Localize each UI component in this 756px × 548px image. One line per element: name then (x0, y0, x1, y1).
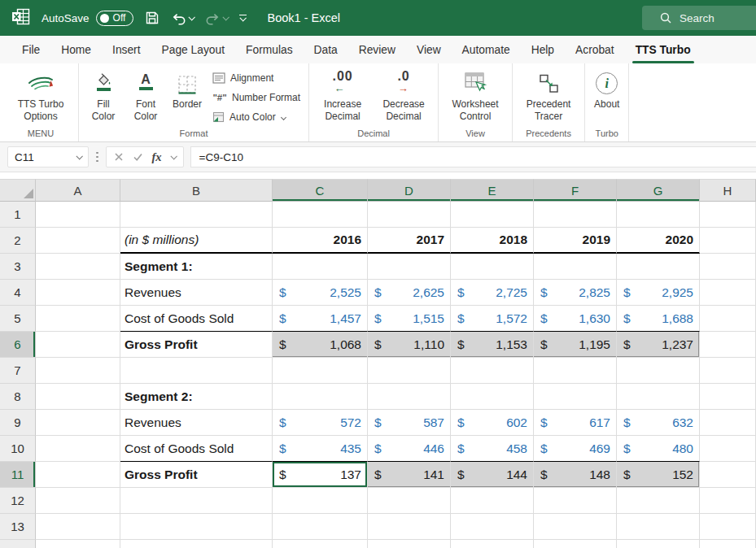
cell-A4[interactable] (36, 280, 120, 306)
cell-D5[interactable]: $1,515 (368, 306, 451, 332)
cell-B10[interactable]: Cost of Goods Sold (120, 436, 273, 462)
column-header-H[interactable]: H (700, 179, 756, 202)
about-button[interactable]: i About (591, 66, 623, 111)
tab-formulas[interactable]: Formulas (235, 36, 304, 63)
cell-H14[interactable] (700, 540, 756, 548)
column-header-C[interactable]: C (273, 179, 368, 202)
cell-H10[interactable] (700, 436, 756, 462)
cell-D9[interactable]: $587 (368, 410, 451, 436)
cell-B12[interactable] (120, 488, 273, 514)
cell-E14[interactable] (451, 540, 534, 548)
insert-function-button[interactable]: fx (152, 150, 162, 164)
row-header-4[interactable]: 4 (0, 280, 36, 306)
row-header-9[interactable]: 9 (0, 410, 36, 436)
cell-G11[interactable]: $152 (617, 462, 700, 488)
column-header-D[interactable]: D (368, 179, 451, 202)
decrease-decimal-button[interactable]: .0 → Decrease Decimal (375, 66, 432, 123)
cell-G6[interactable]: $1,237 (617, 332, 700, 358)
row-header-8[interactable]: 8 (0, 384, 36, 410)
cell-A14[interactable] (36, 540, 120, 548)
tab-view[interactable]: View (406, 36, 452, 63)
autosave-control[interactable]: AutoSave Off (42, 11, 133, 26)
row-header-7[interactable]: 7 (0, 358, 36, 384)
cell-D13[interactable] (368, 514, 451, 540)
cell-H5[interactable] (700, 306, 756, 332)
undo-dropdown-icon[interactable] (188, 14, 194, 20)
row-header-14[interactable]: 14 (0, 540, 36, 548)
fill-color-button[interactable]: Fill Color (85, 66, 122, 123)
cell-H1[interactable] (700, 202, 756, 228)
cell-H7[interactable] (700, 358, 756, 384)
cell-A11[interactable] (36, 462, 120, 488)
cell-C10[interactable]: $435 (273, 436, 368, 462)
cell-B1[interactable] (120, 202, 273, 228)
redo-dropdown-icon[interactable] (222, 14, 229, 20)
cell-B5[interactable]: Cost of Goods Sold (120, 306, 273, 332)
font-color-button[interactable]: A Font Color (127, 66, 164, 123)
cell-G3[interactable] (617, 254, 700, 280)
cell-F7[interactable] (534, 358, 617, 384)
cell-F8[interactable] (534, 384, 617, 410)
formula-input[interactable]: =C9-C10 (190, 146, 756, 167)
cell-C8[interactable] (273, 384, 368, 410)
cell-F10[interactable]: $469 (534, 436, 617, 462)
increase-decimal-button[interactable]: .00 ← Increase Decimal (315, 66, 370, 123)
tab-review[interactable]: Review (348, 36, 406, 63)
column-header-F[interactable]: F (534, 179, 617, 202)
tab-tts-turbo[interactable]: TTS Turbo (625, 36, 701, 63)
cell-E5[interactable]: $1,572 (451, 306, 534, 332)
cell-F5[interactable]: $1,630 (534, 306, 617, 332)
select-all-corner[interactable] (0, 179, 36, 202)
cell-C13[interactable] (273, 514, 368, 540)
cell-H2[interactable] (700, 228, 756, 254)
cell-E1[interactable] (451, 202, 534, 228)
cell-G9[interactable]: $632 (617, 410, 700, 436)
name-box[interactable]: C11 (7, 146, 89, 167)
cell-D11[interactable]: $141 (368, 462, 451, 488)
autosave-toggle[interactable]: Off (96, 11, 133, 26)
row-header-10[interactable]: 10 (0, 436, 36, 462)
tts-turbo-options-button[interactable]: TTS Turbo Options (9, 66, 72, 123)
customize-quick-access-toolbar-button[interactable] (239, 15, 247, 22)
row-header-11[interactable]: 11 (0, 462, 36, 488)
cell-B14[interactable] (120, 540, 273, 548)
cell-F14[interactable] (534, 540, 617, 548)
cell-F13[interactable] (534, 514, 617, 540)
cell-A8[interactable] (36, 384, 120, 410)
cell-D2[interactable]: 2017 (368, 228, 451, 254)
cell-E3[interactable] (451, 254, 534, 280)
cell-B9[interactable]: Revenues (120, 410, 273, 436)
cell-F12[interactable] (534, 488, 617, 514)
cell-F11[interactable]: $148 (534, 462, 617, 488)
cell-G4[interactable]: $2,925 (617, 280, 700, 306)
cell-B4[interactable]: Revenues (120, 280, 273, 306)
cell-H9[interactable] (700, 410, 756, 436)
cell-G14[interactable] (617, 540, 700, 548)
cell-F4[interactable]: $2,825 (534, 280, 617, 306)
cell-D3[interactable] (368, 254, 451, 280)
tab-page-layout[interactable]: Page Layout (151, 36, 235, 63)
cell-B8[interactable]: Segment 2: (120, 384, 273, 410)
tab-acrobat[interactable]: Acrobat (565, 36, 625, 63)
cell-A1[interactable] (36, 202, 120, 228)
cell-G13[interactable] (617, 514, 700, 540)
cell-B7[interactable] (120, 358, 273, 384)
name-box-dropdown-icon[interactable] (76, 153, 82, 159)
cell-G2[interactable]: 2020 (617, 228, 700, 254)
cell-D6[interactable]: $1,110 (368, 332, 451, 358)
cell-H8[interactable] (700, 384, 756, 410)
cell-B11[interactable]: Gross Profit (120, 462, 273, 488)
cell-F2[interactable]: 2019 (534, 228, 617, 254)
cell-C7[interactable] (273, 358, 368, 384)
cell-B6[interactable]: Gross Profit (120, 332, 273, 358)
enter-check-icon[interactable] (133, 152, 143, 162)
cell-C3[interactable] (273, 254, 368, 280)
cell-B13[interactable] (120, 514, 273, 540)
cell-A10[interactable] (36, 436, 120, 462)
tab-home[interactable]: Home (50, 36, 102, 63)
cell-C2[interactable]: 2016 (273, 228, 368, 254)
cell-C9[interactable]: $572 (273, 410, 368, 436)
cell-D12[interactable] (368, 488, 451, 514)
cell-C5[interactable]: $1,457 (273, 306, 368, 332)
cell-H6[interactable] (700, 332, 756, 358)
